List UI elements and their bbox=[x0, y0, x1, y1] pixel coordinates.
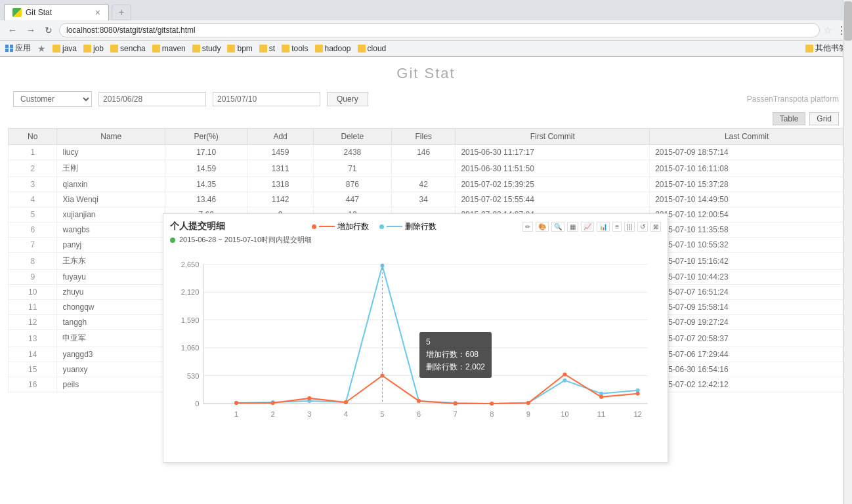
table-row[interactable]: 2王刚14.591311712015-06-30 11:51:502015-07… bbox=[9, 160, 844, 177]
chart-tool-refresh[interactable]: ↺ bbox=[637, 222, 648, 232]
address-bar[interactable] bbox=[59, 23, 820, 37]
table-cell: 1311 bbox=[247, 160, 314, 177]
svg-text:11: 11 bbox=[597, 410, 605, 418]
browser-tab[interactable]: Git Stat × bbox=[4, 4, 109, 20]
bookmark-cloud[interactable]: cloud bbox=[358, 44, 387, 53]
svg-point-48 bbox=[599, 395, 603, 399]
table-cell: yanggd3 bbox=[57, 347, 165, 362]
bookmark-tools[interactable]: tools bbox=[282, 44, 308, 53]
chart-tool-color[interactable]: 🎨 bbox=[536, 222, 549, 232]
table-cell: 王东东 bbox=[57, 253, 165, 270]
table-cell: 5 bbox=[9, 207, 57, 222]
table-cell: fuyayu bbox=[57, 270, 165, 285]
query-button[interactable]: Query bbox=[327, 92, 368, 106]
table-cell: 12 bbox=[9, 315, 57, 330]
bookmark-job[interactable]: job bbox=[83, 44, 104, 53]
table-cell: 2015-07-10 11:35:58 bbox=[650, 222, 844, 238]
chart-tool-close[interactable]: ⊠ bbox=[650, 222, 661, 232]
table-cell: 7 bbox=[9, 238, 57, 253]
bookmark-maven[interactable]: maven bbox=[152, 44, 186, 53]
table-cell: 71 bbox=[313, 160, 391, 177]
table-row[interactable]: 1liucy17.10145924381462015-06-30 11:17:1… bbox=[9, 145, 844, 160]
svg-point-38 bbox=[234, 401, 238, 405]
table-cell: 申亚军 bbox=[57, 330, 165, 347]
bookmark-star-icon: ☆ bbox=[824, 25, 832, 35]
table-cell: 11 bbox=[9, 300, 57, 315]
bookmark-label: tools bbox=[291, 44, 308, 53]
back-button[interactable]: ← bbox=[5, 24, 20, 37]
table-cell: 34 bbox=[391, 192, 456, 207]
legend-orange-line bbox=[319, 226, 335, 227]
date-to-input[interactable] bbox=[213, 92, 320, 106]
bookmark-label: sencha bbox=[120, 44, 146, 53]
bookmark-bpm[interactable]: bpm bbox=[227, 44, 252, 53]
svg-point-35 bbox=[563, 379, 566, 383]
table-cell: 2015-07-10 16:11:08 bbox=[650, 160, 844, 177]
new-tab-button[interactable]: + bbox=[112, 5, 131, 20]
table-cell: 2015-07-07 16:51:24 bbox=[650, 285, 844, 300]
table-cell: 2015-07-09 18:57:14 bbox=[650, 145, 844, 160]
scrollbar-thumb[interactable] bbox=[844, 1, 852, 41]
svg-text:2,120: 2,120 bbox=[181, 288, 200, 296]
table-row[interactable]: 4Xia Wenqi13.461142447342015-07-02 15:55… bbox=[9, 192, 844, 207]
svg-text:9: 9 bbox=[526, 410, 530, 418]
table-cell: 1459 bbox=[247, 145, 314, 160]
bookmark-hadoop[interactable]: hadoop bbox=[315, 44, 351, 53]
chart-tool-edit[interactable]: ✏ bbox=[522, 222, 533, 232]
col-per: Per(%) bbox=[165, 129, 247, 145]
bookmark-java[interactable]: java bbox=[53, 44, 77, 53]
svg-text:10: 10 bbox=[561, 410, 568, 418]
chart-tool-bar[interactable]: 📊 bbox=[597, 222, 610, 232]
table-cell: 14.59 bbox=[165, 160, 247, 177]
table-cell: peils bbox=[57, 377, 165, 392]
chart-tool-cols[interactable]: ||| bbox=[624, 222, 635, 232]
svg-text:3: 3 bbox=[307, 410, 311, 418]
svg-text:5: 5 bbox=[380, 410, 384, 418]
table-cell: 2015-07-07 20:58:37 bbox=[650, 330, 844, 347]
bookmark-st[interactable]: st bbox=[259, 44, 275, 53]
table-cell: 13.46 bbox=[165, 192, 247, 207]
table-cell: 14.35 bbox=[165, 177, 247, 192]
date-from-input[interactable] bbox=[98, 92, 206, 106]
chart-tool-zoom[interactable]: 🔍 bbox=[551, 222, 564, 232]
chart-toolbar: ✏ 🎨 🔍 ▦ 📈 📊 ≡ ||| ↺ ⊠ bbox=[522, 222, 661, 232]
chart-tool-rect[interactable]: ▦ bbox=[567, 222, 578, 232]
tab-close-button[interactable]: × bbox=[95, 7, 100, 18]
svg-point-47 bbox=[563, 372, 566, 376]
bookmark-label: bpm bbox=[237, 44, 252, 53]
bookmark-sencha[interactable]: sencha bbox=[110, 44, 146, 53]
bookmark-label: job bbox=[93, 44, 104, 53]
chart-tool-line[interactable]: 📈 bbox=[581, 222, 594, 232]
table-row[interactable]: 3qianxin14.351318876422015-07-02 15:39:2… bbox=[9, 177, 844, 192]
table-cell: 2015-06-30 11:17:17 bbox=[456, 145, 650, 160]
chart-tool-list[interactable]: ≡ bbox=[612, 222, 622, 232]
grid-view-button[interactable]: Grid bbox=[809, 112, 839, 125]
svg-point-45 bbox=[490, 402, 494, 406]
table-cell: 2015-07-10 12:00:54 bbox=[650, 207, 844, 222]
bookmark-study[interactable]: study bbox=[192, 44, 221, 53]
page-wrapper: Git Stat Customer Query PassenTranspota … bbox=[0, 57, 852, 490]
chart-legend: 增加行数 删除行数 bbox=[312, 221, 437, 232]
bookmark-other[interactable]: 其他书签 bbox=[805, 43, 847, 54]
folder-icon bbox=[282, 45, 289, 52]
forward-button[interactable]: → bbox=[24, 24, 38, 37]
svg-point-49 bbox=[636, 392, 640, 396]
col-files: Files bbox=[391, 129, 456, 145]
svg-point-39 bbox=[271, 401, 275, 405]
svg-text:6: 6 bbox=[417, 410, 421, 418]
table-cell: panyj bbox=[57, 238, 165, 253]
folder-icon bbox=[227, 45, 235, 52]
customer-select[interactable]: Customer bbox=[13, 91, 92, 107]
legend-add-label: 增加行数 bbox=[337, 221, 369, 232]
folder-icon bbox=[805, 45, 813, 52]
scrollbar[interactable] bbox=[843, 0, 852, 490]
bookmark-apps[interactable]: 应用 bbox=[5, 43, 31, 54]
table-cell: 2015-07-10 14:49:50 bbox=[650, 192, 844, 207]
folder-icon bbox=[152, 45, 160, 52]
chart-date-range: 2015-06-28 ~ 2015-07-10时间内提交明细 bbox=[179, 235, 312, 245]
refresh-button[interactable]: ↻ bbox=[42, 24, 55, 37]
svg-text:2,650: 2,650 bbox=[181, 261, 200, 268]
folder-icon bbox=[83, 45, 91, 52]
page-title: Git Stat bbox=[0, 57, 852, 87]
table-view-button[interactable]: Table bbox=[773, 112, 806, 125]
